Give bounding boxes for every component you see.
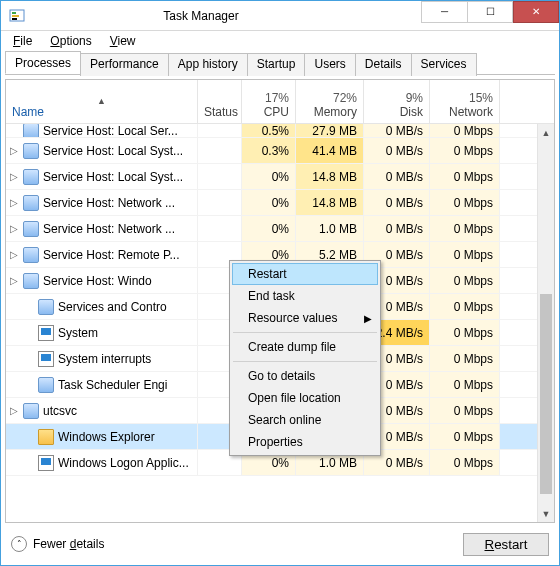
process-name-cell[interactable]: ▷Service Host: Windo: [6, 268, 198, 293]
process-name: System interrupts: [58, 352, 151, 366]
table-row[interactable]: Service Host: Local Ser...0.5%27.9 MB0 M…: [6, 124, 554, 138]
tab-services[interactable]: Services: [411, 53, 477, 76]
tab-performance[interactable]: Performance: [80, 53, 169, 76]
tab-processes[interactable]: Processes: [5, 51, 81, 74]
disk-cell: 0 MB/s: [364, 216, 430, 241]
scroll-up-icon[interactable]: ▲: [538, 124, 554, 141]
menu-item-go-to-details[interactable]: Go to details: [232, 365, 378, 387]
disk-cell: 0 MB/s: [364, 124, 430, 137]
process-name-cell[interactable]: Windows Explorer: [6, 424, 198, 449]
process-name-cell[interactable]: ▷Service Host: Network ...: [6, 190, 198, 215]
process-name: Windows Explorer: [58, 430, 155, 444]
titlebar[interactable]: Task Manager ─ ☐ ✕: [1, 1, 559, 31]
collapse-icon: ˄: [11, 536, 27, 552]
process-name-cell[interactable]: Services and Contro: [6, 294, 198, 319]
menu-item-open-file-location[interactable]: Open file location: [232, 387, 378, 409]
expand-icon[interactable]: ▷: [8, 197, 19, 208]
expand-icon[interactable]: ▷: [8, 171, 19, 182]
menubar: File Options View: [1, 31, 559, 51]
process-name: Task Scheduler Engi: [58, 378, 167, 392]
table-row[interactable]: ▷Service Host: Local Syst...0.3%41.4 MB0…: [6, 138, 554, 164]
maximize-button[interactable]: ☐: [467, 1, 513, 23]
status-cell: [198, 216, 242, 241]
menu-item-resource-values[interactable]: Resource values▶: [232, 307, 378, 329]
menu-view[interactable]: View: [102, 32, 144, 50]
menu-options[interactable]: Options: [42, 32, 99, 50]
col-cpu[interactable]: 17%CPU: [242, 80, 296, 123]
table-row[interactable]: ▷Service Host: Network ...0%14.8 MB0 MB/…: [6, 190, 554, 216]
col-disk[interactable]: 9%Disk: [364, 80, 430, 123]
gear-icon: [23, 221, 39, 237]
scroll-down-icon[interactable]: ▼: [538, 505, 554, 522]
gear-icon: [23, 124, 39, 137]
process-name-cell[interactable]: ▷Service Host: Local Syst...: [6, 138, 198, 163]
window-title: Task Manager: [0, 9, 421, 23]
tab-details[interactable]: Details: [355, 53, 412, 76]
monitor-icon: [38, 325, 54, 341]
vertical-scrollbar[interactable]: ▲ ▼: [537, 124, 554, 522]
process-name: Service Host: Network ...: [43, 196, 175, 210]
mem-cell: 41.4 MB: [296, 138, 364, 163]
menu-file[interactable]: File: [5, 32, 40, 50]
process-name: Service Host: Local Ser...: [43, 124, 178, 137]
minimize-button[interactable]: ─: [421, 1, 467, 23]
process-name: Service Host: Network ...: [43, 222, 175, 236]
mem-cell: 27.9 MB: [296, 124, 364, 137]
cpu-cell: 0.3%: [242, 138, 296, 163]
net-cell: 0 Mbps: [430, 424, 500, 449]
footer: ˄ Fewer details Restart: [1, 523, 559, 565]
folder-icon: [38, 429, 54, 445]
status-cell: [198, 190, 242, 215]
col-status[interactable]: Status: [198, 80, 242, 123]
expand-icon[interactable]: ▷: [8, 223, 19, 234]
table-row[interactable]: ▷Service Host: Local Syst...0%14.8 MB0 M…: [6, 164, 554, 190]
process-name: Service Host: Windo: [43, 274, 152, 288]
net-cell: 0 Mbps: [430, 398, 500, 423]
expand-icon[interactable]: ▷: [8, 405, 19, 416]
process-name-cell[interactable]: Service Host: Local Ser...: [6, 124, 198, 137]
menu-item-search-online[interactable]: Search online: [232, 409, 378, 431]
process-name-cell[interactable]: ▷Service Host: Network ...: [6, 216, 198, 241]
col-memory[interactable]: 72%Memory: [296, 80, 364, 123]
process-name-cell[interactable]: Windows Logon Applic...: [6, 450, 198, 475]
fewer-details-link[interactable]: ˄ Fewer details: [11, 536, 104, 552]
disk-cell: 0 MB/s: [364, 138, 430, 163]
process-name-cell[interactable]: ▷utcsvc: [6, 398, 198, 423]
process-name-cell[interactable]: System interrupts: [6, 346, 198, 371]
process-name-cell[interactable]: System: [6, 320, 198, 345]
restart-button[interactable]: Restart: [463, 533, 549, 556]
monitor-icon: [38, 351, 54, 367]
status-cell: [198, 164, 242, 189]
gear-icon: [38, 377, 54, 393]
process-name-cell[interactable]: ▷Service Host: Remote P...: [6, 242, 198, 267]
net-cell: 0 Mbps: [430, 294, 500, 319]
net-cell: 0 Mbps: [430, 450, 500, 475]
expand-icon[interactable]: ▷: [8, 275, 19, 286]
col-network[interactable]: 15%Network: [430, 80, 500, 123]
status-cell: [198, 124, 242, 137]
expand-icon[interactable]: ▷: [8, 249, 19, 260]
menu-item-create-dump-file[interactable]: Create dump file: [232, 336, 378, 358]
scroll-thumb[interactable]: [540, 294, 552, 494]
mem-cell: 14.8 MB: [296, 164, 364, 189]
monitor-icon: [38, 455, 54, 471]
menu-item-restart[interactable]: Restart: [232, 263, 378, 285]
close-button[interactable]: ✕: [513, 1, 559, 23]
status-cell: [198, 138, 242, 163]
tab-startup[interactable]: Startup: [247, 53, 306, 76]
gear-icon: [23, 403, 39, 419]
menu-item-end-task[interactable]: End task: [232, 285, 378, 307]
net-cell: 0 Mbps: [430, 216, 500, 241]
process-name: utcsvc: [43, 404, 77, 418]
tab-app-history[interactable]: App history: [168, 53, 248, 76]
process-name: Service Host: Local Syst...: [43, 170, 183, 184]
table-row[interactable]: ▷Service Host: Network ...0%1.0 MB0 MB/s…: [6, 216, 554, 242]
disk-cell: 0 MB/s: [364, 190, 430, 215]
process-name-cell[interactable]: ▷Service Host: Local Syst...: [6, 164, 198, 189]
menu-item-properties[interactable]: Properties: [232, 431, 378, 453]
process-name-cell[interactable]: Task Scheduler Engi: [6, 372, 198, 397]
expand-icon[interactable]: ▷: [8, 145, 19, 156]
mem-cell: 1.0 MB: [296, 216, 364, 241]
col-name[interactable]: ▲ Name: [6, 80, 198, 123]
tab-users[interactable]: Users: [304, 53, 355, 76]
